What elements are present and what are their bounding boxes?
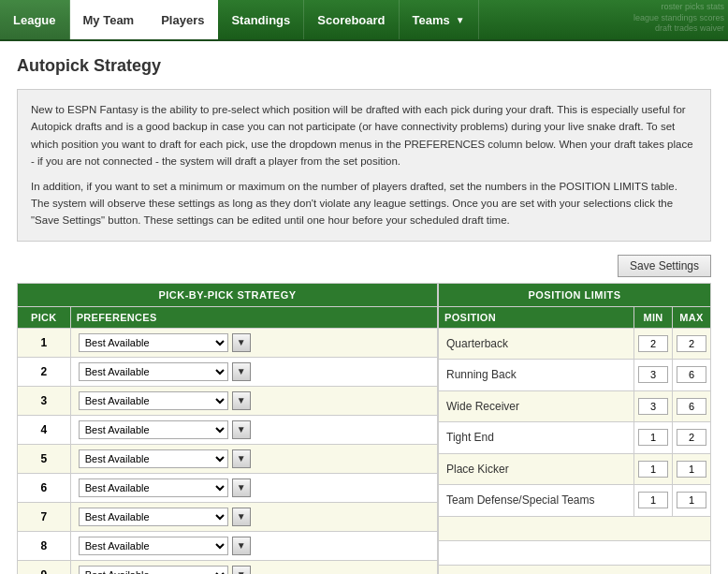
pick-preference-cell: Best Available▼ xyxy=(70,560,437,574)
empty-position-cell xyxy=(439,565,711,574)
pick-number: 6 xyxy=(18,473,71,502)
dropdown-container: Best Available▼ xyxy=(79,362,430,381)
max-input[interactable] xyxy=(677,461,706,478)
nav-teams[interactable]: Teams ▼ xyxy=(400,0,479,39)
pick-preference-cell: Best Available▼ xyxy=(70,357,437,386)
preference-select[interactable]: Best Available xyxy=(79,537,228,555)
pick-number: 2 xyxy=(18,357,71,386)
dropdown-container: Best Available▼ xyxy=(79,537,430,555)
preference-select[interactable]: Best Available xyxy=(79,566,228,574)
page-title: Autopick Strategy xyxy=(17,56,711,76)
pick-row: 3Best Available▼ xyxy=(18,386,438,415)
dropdown-container: Best Available▼ xyxy=(79,420,430,439)
min-input[interactable] xyxy=(638,366,668,383)
preference-select[interactable]: Best Available xyxy=(79,362,228,381)
dropdown-arrow-btn[interactable]: ▼ xyxy=(232,333,251,352)
preference-select[interactable]: Best Available xyxy=(79,420,228,439)
pick-row: 1Best Available▼ xyxy=(18,328,438,357)
nav-right-bg: roster picks stats league standings scor… xyxy=(479,0,728,39)
max-input[interactable] xyxy=(677,429,706,446)
preference-select[interactable]: Best Available xyxy=(79,478,228,497)
pick-preference-cell: Best Available▼ xyxy=(70,328,437,357)
position-min-cell xyxy=(634,422,673,453)
pick-number: 9 xyxy=(18,560,71,574)
position-max-cell xyxy=(673,453,711,484)
dropdown-arrow-btn[interactable]: ▼ xyxy=(232,537,251,555)
col-header-pick: PICK xyxy=(18,306,71,328)
nav-decoration: roster picks stats league standings scor… xyxy=(633,2,724,35)
save-settings-button[interactable]: Save Settings xyxy=(618,255,711,277)
nav-players[interactable]: Players xyxy=(148,0,218,39)
min-input[interactable] xyxy=(638,461,668,478)
position-min-cell xyxy=(634,453,673,484)
position-row: Place Kicker xyxy=(439,453,711,484)
max-input[interactable] xyxy=(677,366,706,383)
dropdown-arrow-btn[interactable]: ▼ xyxy=(232,420,251,439)
info-para-1: New to ESPN Fantasy is the ability to pr… xyxy=(31,101,697,170)
position-max-cell xyxy=(673,328,711,359)
tables-container: PICK-BY-PICK STRATEGY PICK PREFERENCES 1… xyxy=(17,283,711,574)
min-input[interactable] xyxy=(638,398,668,415)
dropdown-arrow-btn[interactable]: ▼ xyxy=(232,478,251,497)
preference-select[interactable]: Best Available xyxy=(79,508,228,526)
dropdown-container: Best Available▼ xyxy=(79,391,430,410)
pick-table: PICK-BY-PICK STRATEGY PICK PREFERENCES 1… xyxy=(17,283,438,574)
dropdown-container: Best Available▼ xyxy=(79,449,430,468)
pick-preference-cell: Best Available▼ xyxy=(70,444,437,473)
position-row xyxy=(439,540,711,565)
pick-number: 7 xyxy=(18,502,71,531)
position-name: Quarterback xyxy=(439,328,634,359)
pick-preference-cell: Best Available▼ xyxy=(70,473,437,502)
position-min-cell xyxy=(634,485,673,516)
dropdown-arrow-btn[interactable]: ▼ xyxy=(232,391,251,410)
nav-league[interactable]: League xyxy=(0,0,70,39)
position-row: Team Defense/Special Teams xyxy=(439,485,711,516)
position-table-header: POSITION LIMITS xyxy=(439,283,711,306)
pick-preference-cell: Best Available▼ xyxy=(70,415,437,444)
col-header-position: POSITION xyxy=(439,306,634,328)
position-name: Running Back xyxy=(439,360,634,390)
position-max-cell xyxy=(673,360,711,390)
preference-select[interactable]: Best Available xyxy=(79,391,228,410)
teams-dropdown-arrow: ▼ xyxy=(456,15,465,25)
position-row xyxy=(439,565,711,574)
pick-row: 6Best Available▼ xyxy=(18,473,438,502)
position-min-cell xyxy=(634,328,673,359)
max-input[interactable] xyxy=(677,398,706,415)
col-header-preferences: PREFERENCES xyxy=(70,306,437,328)
pick-table-header: PICK-BY-PICK STRATEGY xyxy=(18,283,438,306)
min-input[interactable] xyxy=(638,429,668,446)
pick-preference-cell: Best Available▼ xyxy=(70,531,437,560)
col-header-max: MAX xyxy=(673,306,711,328)
pick-number: 4 xyxy=(18,415,71,444)
empty-position-cell xyxy=(439,540,711,565)
max-input[interactable] xyxy=(677,492,706,508)
nav-bar: League My Team Players Standings Scorebo… xyxy=(0,0,728,41)
max-input[interactable] xyxy=(677,335,706,352)
position-row: Tight End xyxy=(439,422,711,453)
min-input[interactable] xyxy=(638,492,668,508)
preference-select[interactable]: Best Available xyxy=(79,449,228,468)
dropdown-container: Best Available▼ xyxy=(79,566,430,574)
position-name: Team Defense/Special Teams xyxy=(439,485,634,516)
nav-standings[interactable]: Standings xyxy=(218,0,304,39)
position-row: Wide Receiver xyxy=(439,390,711,421)
info-box: New to ESPN Fantasy is the ability to pr… xyxy=(17,89,711,242)
position-max-cell xyxy=(673,485,711,516)
position-name: Place Kicker xyxy=(439,453,634,484)
dropdown-arrow-btn[interactable]: ▼ xyxy=(232,566,251,574)
position-row: Quarterback xyxy=(439,328,711,359)
nav-myteam[interactable]: My Team xyxy=(70,0,149,39)
empty-position-cell xyxy=(439,516,711,540)
dropdown-arrow-btn[interactable]: ▼ xyxy=(232,362,251,381)
main-content: Autopick Strategy New to ESPN Fantasy is… xyxy=(0,41,728,574)
position-row xyxy=(439,516,711,540)
pick-row: 2Best Available▼ xyxy=(18,357,438,386)
info-para-2: In addition, if you want to set a minimu… xyxy=(31,178,697,229)
nav-scoreboard[interactable]: Scoreboard xyxy=(304,0,399,39)
dropdown-arrow-btn[interactable]: ▼ xyxy=(232,508,251,526)
dropdown-arrow-btn[interactable]: ▼ xyxy=(232,449,251,468)
min-input[interactable] xyxy=(638,335,668,352)
position-max-cell xyxy=(673,422,711,453)
preference-select[interactable]: Best Available xyxy=(79,333,228,352)
